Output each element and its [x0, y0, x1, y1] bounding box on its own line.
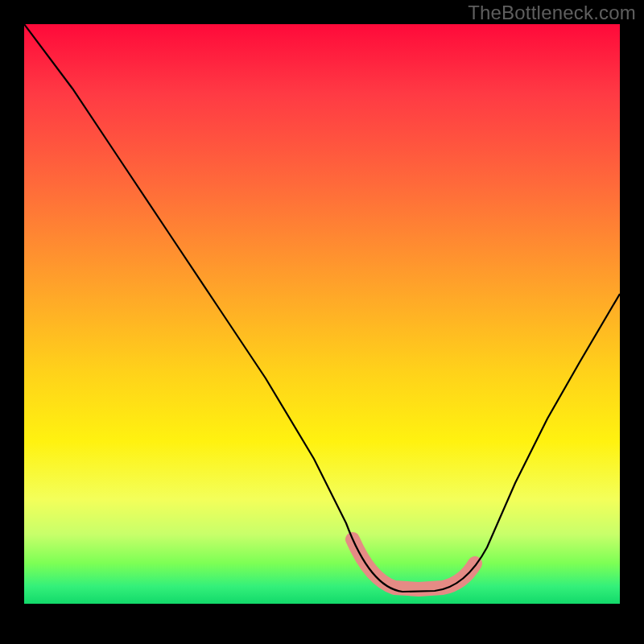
curve-svg: [24, 24, 620, 604]
plot-area: [24, 24, 620, 604]
chart-frame: TheBottleneck.com: [0, 0, 644, 644]
valley-highlight: [353, 539, 475, 589]
watermark-text: TheBottleneck.com: [468, 2, 636, 24]
bottleneck-curve: [24, 24, 620, 592]
